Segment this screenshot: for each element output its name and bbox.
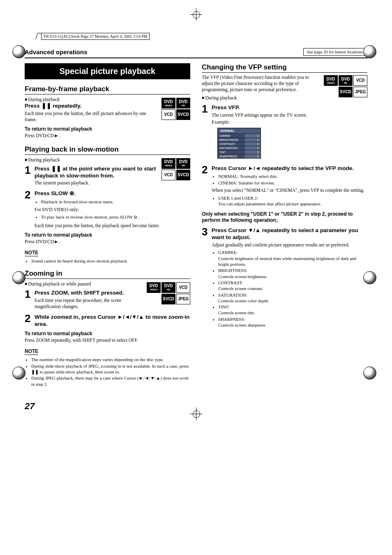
note-heading: NOTE (25, 250, 38, 256)
format-badges-frame: DVDVIDEO DVDVR VCD SVCD (161, 98, 190, 121)
vfp-param-item: SHARPNESS:Controls screen sharpness. (218, 316, 367, 328)
vfp-table-header: NORMAL (218, 128, 261, 134)
section-rule (25, 58, 367, 58)
vfp-step3-sub: Adjust gradually and confirm picture app… (212, 242, 367, 248)
vfp-table-rows: GAMMA0BRIGHTNESS0CONTRAST0SATURATION0TIN… (218, 134, 261, 158)
zoom-step2: While zoomed in, press Cursor ►/◄/▼/▲ to… (35, 314, 190, 328)
slow-for-dvd: For DVD VIDEO only: (35, 207, 190, 213)
zoom-step1-sub: Each time you repeat the procedure, the … (35, 297, 143, 310)
vfp-settings-table: NORMAL GAMMA0BRIGHTNESS0CONTRAST0SATURAT… (217, 128, 261, 159)
vfp-param-item: TINT:Controls screen tint. (218, 304, 367, 316)
return-heading: To return to normal playback (25, 126, 190, 132)
file-header-tag: TH-S33-11[AU].book Page 27 Monday, April… (41, 33, 150, 40)
step-number-2: 2 (25, 189, 32, 229)
print-registration-mark (12, 366, 29, 383)
slow-bullet: To play back in reverse slow-motion, pre… (41, 214, 190, 220)
file-header-text: TH-S33-11[AU].book Page 27 Monday, April… (43, 34, 148, 39)
vfp-mode-item: NORMAL: Normally select this. (218, 173, 367, 179)
print-registration-mark (12, 271, 29, 288)
vfp-mode-item: CINEMA: Suitable for movies. (218, 180, 367, 186)
slow-each: Each time you press the button, the play… (35, 223, 190, 229)
step-number-1: 1 (25, 289, 32, 311)
step-number-3: 3 (202, 226, 209, 330)
vfp-param-item: GAMMA:Controls brightness of neutral tin… (218, 249, 367, 267)
button-locations-note: See page 20 for button locations. (303, 48, 367, 56)
vfp-param-item: SATURATION:Controls screen color depth. (218, 292, 367, 304)
print-registration-mark (363, 45, 380, 62)
vfp-param-list: GAMMA:Controls brightness of neutral tin… (213, 249, 367, 328)
only-when-note: Only when selecting "USER 1" or "USER 2"… (202, 211, 367, 224)
note-item: During JPEG playback, there may be a cas… (31, 375, 190, 387)
vfp-step1: Press VFP. (212, 104, 367, 111)
heading-frame-by-frame: Frame-by-frame playback (25, 85, 190, 94)
banner-special-picture: Special picture playback (25, 63, 190, 79)
zoom-step1: Press ZOOM, with SHIFT pressed. (35, 290, 143, 297)
step-number-1: 1 (202, 104, 209, 162)
return-body: Press DVD/CD►. (25, 133, 190, 139)
step-number-1: 1 (25, 165, 32, 187)
return-body: Press ZOOM repeatedly, with SHIFT presse… (25, 337, 190, 343)
print-registration-mark (363, 271, 380, 288)
slow-step2: Press SLOW ⊕. (35, 190, 190, 197)
print-registration-mark (12, 45, 29, 62)
vfp-step2: Press Cursor ►/◄ repeatedly to select th… (212, 165, 367, 172)
note-item: Sound cannot be heard during slow-motion… (31, 258, 190, 264)
format-badges-slow: DVDVIDEO DVDVR VCD SVCD (161, 158, 190, 181)
slow-step1-sub: The system pauses playback. (35, 180, 158, 186)
vfp-step1-sub: The current VFP settings appear on the T… (212, 112, 367, 118)
example-label: Example: (212, 119, 367, 125)
slow-bullet: Playback in forward slow-motion starts. (41, 199, 190, 205)
vfp-param-item: BRIGHTNESS:Controls screen brightness. (218, 267, 367, 279)
return-heading: To return to normal playback (25, 331, 190, 336)
vfp-when-note: When you select "NORMAL" or "CINEMA", pr… (212, 187, 367, 193)
section-title: Advanced operations (25, 48, 88, 55)
format-badges-vfp: DVDVIDEO DVDVR VCD SVCD JPEG (324, 75, 367, 98)
note-item: During slide-show playback of JPEG, zoom… (31, 363, 190, 375)
return-heading: To return to normal playback (25, 232, 190, 238)
heading-zooming-in: Zooming in (25, 269, 190, 279)
note-item: The number of the magnification steps va… (31, 357, 190, 362)
format-badges-zoom: DVDVIDEO DVDVR VCD SVCD JPEG (147, 282, 190, 305)
heading-changing-vfp: Changing the VFP setting (202, 63, 367, 73)
heading-slow-motion: Playing back in slow-motion (25, 145, 190, 155)
step-number-2: 2 (25, 313, 32, 329)
return-body: Press DVD/CD►. (25, 239, 190, 245)
vfp-mode-item: USER 1 and USER 2: You can adjust parame… (218, 195, 367, 207)
print-registration-mark (363, 366, 380, 383)
note-heading: NOTE (25, 348, 38, 355)
vfp-param-item: CONTRAST:Controls screen contrast. (218, 280, 367, 292)
step-number-2: 2 (202, 164, 209, 209)
slow-step1: Press ❚❚ at the point where you want to … (35, 166, 158, 180)
vfp-step3: Press Cursor ▼/▲ repeatedly to select a … (212, 227, 367, 241)
